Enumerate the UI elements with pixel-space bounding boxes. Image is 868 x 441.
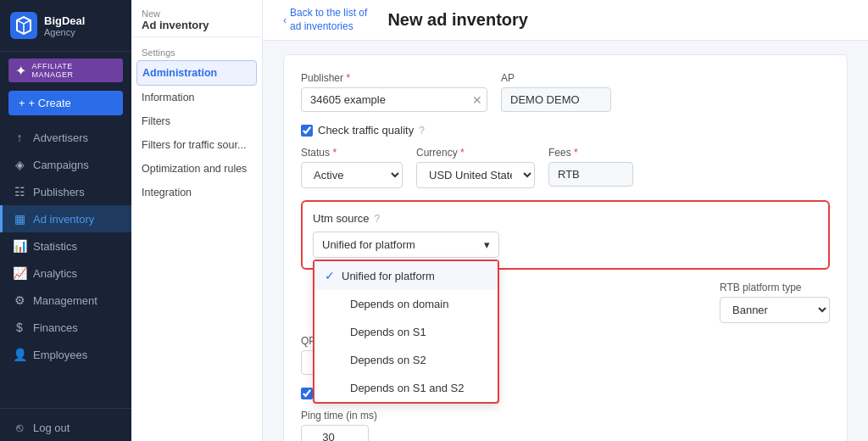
utm-option-unified[interactable]: ✓ Unified for platform — [314, 261, 498, 290]
analytics-icon: 📈 — [13, 266, 26, 280]
finances-icon: $ — [13, 321, 26, 334]
ad-inventory-icon: ▦ — [13, 212, 26, 226]
utm-dropdown-menu: ✓ Unified for platform Depends on domain… — [313, 260, 499, 404]
campaigns-icon: ◈ — [13, 158, 26, 171]
currency-select[interactable]: USD United State... — [416, 162, 535, 188]
ping-time-group: Ping time (in ms) — [301, 410, 830, 441]
form-card: Publisher * ✕ AP DEMO DEMO Check traffic… — [283, 54, 848, 441]
statistics-icon: 📊 — [13, 239, 26, 253]
rtb-platform-type-group: RTB platform type Banner — [720, 282, 830, 323]
publisher-group: Publisher * ✕ — [301, 72, 487, 112]
logo-icon — [10, 12, 37, 39]
check-traffic-row: Check traffic quality ? — [301, 124, 830, 137]
publisher-ap-row: Publisher * ✕ AP DEMO DEMO — [301, 72, 830, 112]
nav-campaigns[interactable]: ◈ Campaigns — [0, 151, 131, 178]
topbar: ‹ Back to the list of ad inventories New… — [263, 0, 868, 41]
ap-input: DEMO DEMO — [501, 87, 611, 112]
create-button[interactable]: + + Create — [8, 91, 123, 115]
publisher-input[interactable] — [301, 87, 487, 112]
submenu-item-administration[interactable]: Administration — [136, 60, 257, 86]
nav-bottom: ⎋ Log out — [0, 403, 131, 441]
publisher-clear-button[interactable]: ✕ — [472, 93, 482, 107]
status-group: Status * Active — [301, 147, 403, 188]
logo-area: BigDeal Agency — [0, 0, 131, 52]
submenu-header: New Ad inventory — [131, 0, 262, 37]
main-content: ‹ Back to the list of ad inventories New… — [263, 0, 868, 441]
nav-employees[interactable]: 👤 Employees — [0, 341, 131, 368]
form-area: Publisher * ✕ AP DEMO DEMO Check traffic… — [263, 41, 868, 441]
nav-divider — [0, 408, 131, 409]
publishers-icon: ☷ — [13, 185, 26, 198]
submenu-item-optimization[interactable]: Optimization and rules — [131, 157, 262, 181]
check-traffic-help-icon[interactable]: ? — [419, 125, 425, 137]
management-icon: ⚙ — [13, 293, 26, 307]
utm-help-icon[interactable]: ? — [374, 213, 380, 225]
sidebar: BigDeal Agency ✦ AFFILIATE MANAGER + + C… — [0, 0, 131, 441]
submenu: New Ad inventory Settings Administration… — [131, 0, 263, 441]
employees-icon: 👤 — [13, 348, 26, 361]
logo-text: BigDeal Agency — [44, 14, 85, 37]
submenu-item-integration[interactable]: Integration — [131, 181, 262, 204]
nav-publishers[interactable]: ☷ Publishers — [0, 178, 131, 205]
nav-advertisers[interactable]: ↑ Advertisers — [0, 124, 131, 151]
utm-option-s2[interactable]: Depends on S2 — [314, 346, 498, 374]
status-select[interactable]: Active — [301, 162, 403, 188]
logout-icon: ⎋ — [13, 421, 26, 434]
submenu-item-filters-traffic[interactable]: Filters for traffic sour... — [131, 133, 262, 157]
utm-section: Utm source ? Unified for platform ▾ ✓ Un… — [301, 200, 830, 270]
currency-group: Currency * USD United State... — [416, 147, 535, 188]
publisher-input-wrapper: ✕ — [301, 87, 487, 112]
utm-dropdown-select[interactable]: Unified for platform ▾ — [313, 232, 499, 258]
submenu-item-information[interactable]: Information — [131, 86, 262, 109]
advertisers-icon: ↑ — [13, 131, 26, 144]
ap-group: AP DEMO DEMO — [501, 72, 611, 112]
nav-finances[interactable]: $ Finances — [0, 314, 131, 341]
fees-group: Fees * RTB — [548, 147, 633, 187]
nav-management[interactable]: ⚙ Management — [0, 287, 131, 314]
submenu-item-filters[interactable]: Filters — [131, 109, 262, 133]
utm-option-s1[interactable]: Depends on S1 — [314, 318, 498, 346]
plus-icon: + — [19, 97, 25, 109]
chevron-down-icon: ▾ — [484, 238, 490, 251]
nav-ad-inventory[interactable]: ▦ Ad inventory — [0, 205, 131, 232]
utm-option-s1s2[interactable]: Depends on S1 and S2 — [314, 374, 498, 402]
nav-analytics[interactable]: 📈 Analytics — [0, 260, 131, 287]
auto-qps-checkbox[interactable] — [301, 388, 313, 399]
status-currency-fees-row: Status * Active Currency * USD United St… — [301, 147, 830, 188]
nav-logout[interactable]: ⎋ Log out — [0, 414, 131, 441]
back-arrow-icon: ‹ — [283, 14, 287, 26]
utm-dropdown-container: Unified for platform ▾ ✓ Unified for pla… — [313, 232, 499, 258]
affiliate-badge: ✦ AFFILIATE MANAGER — [8, 59, 123, 82]
back-link[interactable]: ‹ Back to the list of ad inventories — [283, 7, 367, 33]
checkmark-icon: ✓ — [325, 269, 335, 282]
submenu-section: Settings Administration Information Filt… — [131, 37, 262, 209]
ping-time-input[interactable] — [301, 425, 369, 441]
rtb-platform-type-select[interactable]: Banner — [720, 297, 830, 323]
utm-option-domain[interactable]: Depends on domain — [314, 290, 498, 318]
fees-value: RTB — [548, 162, 633, 187]
check-traffic-checkbox[interactable] — [301, 125, 313, 137]
nav-statistics[interactable]: 📊 Statistics — [0, 232, 131, 260]
page-title: New ad inventory — [387, 10, 528, 30]
affiliate-icon: ✦ — [15, 63, 27, 79]
